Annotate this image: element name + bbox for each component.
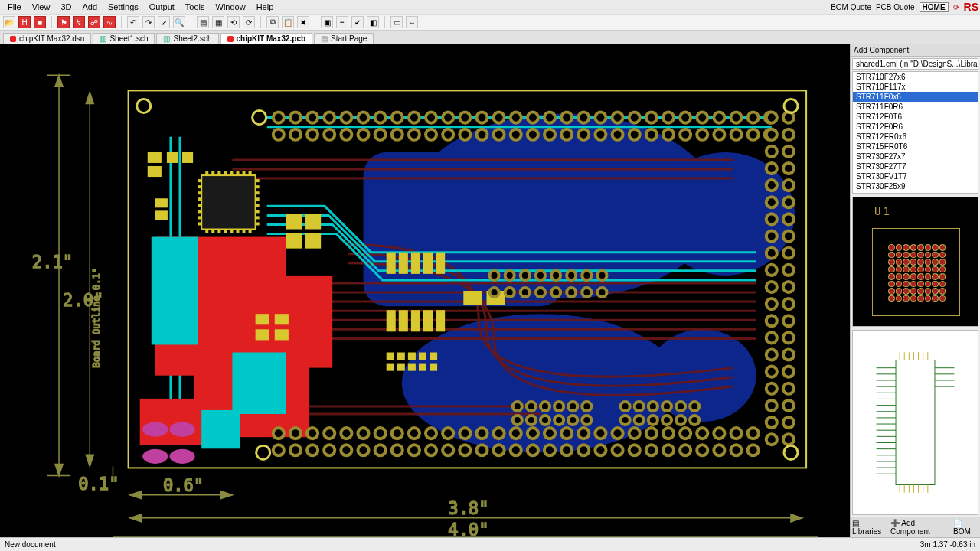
render3d-icon[interactable]: ◧ xyxy=(367,16,379,28)
undo-icon[interactable]: ↶ xyxy=(127,16,139,28)
part-item[interactable]: STR730FV1T7 xyxy=(853,171,978,181)
svg-point-110 xyxy=(307,129,318,140)
part-item[interactable]: STR710F117x xyxy=(853,82,978,92)
grid-icon[interactable]: ▦ xyxy=(212,16,224,28)
delete-icon[interactable]: ✖ xyxy=(297,16,309,28)
sch-icon: ▥ xyxy=(100,34,106,43)
tab-pcb[interactable]: chipKIT Max32.pcb xyxy=(220,33,313,44)
menu-view[interactable]: View xyxy=(28,2,55,12)
svg-point-224 xyxy=(426,445,436,455)
svg-rect-64 xyxy=(224,230,227,233)
dim-icon[interactable]: ↔ xyxy=(406,16,418,28)
side-tab-bom[interactable]: 📄 BOM xyxy=(953,519,978,536)
svg-point-273 xyxy=(521,288,530,297)
library-path[interactable]: shared1.cml (in "D:\DesignS...\Library") xyxy=(852,58,978,70)
svg-point-187 xyxy=(766,298,777,309)
svg-rect-91 xyxy=(423,310,433,331)
svg-point-265 xyxy=(521,271,530,280)
svg-point-107 xyxy=(290,112,301,123)
svg-point-254 xyxy=(680,445,691,455)
part-item[interactable]: STR711F0R6 xyxy=(853,102,978,112)
copy-icon[interactable]: ⧉ xyxy=(266,16,279,28)
route-icon[interactable]: ↯ xyxy=(73,16,85,28)
svg-point-274 xyxy=(536,288,545,297)
refresh-icon[interactable]: ⟳ xyxy=(953,3,959,11)
part-item[interactable]: STR712FR0x6 xyxy=(853,132,978,142)
layer-icon[interactable]: ▤ xyxy=(197,16,209,28)
svg-rect-52 xyxy=(256,222,260,225)
parts-list[interactable]: STR710F27x6STR710F117xSTR711F0x6STR711F0… xyxy=(852,71,978,194)
menu-file[interactable]: File xyxy=(3,2,26,12)
part-item[interactable]: STR712F0R6 xyxy=(853,122,978,132)
paste-icon[interactable]: 📋 xyxy=(282,16,294,28)
drc-icon[interactable]: ✔ xyxy=(351,16,364,28)
rotate-left-icon[interactable]: ⟲ xyxy=(227,16,240,28)
svg-rect-84 xyxy=(399,253,408,274)
tab-design[interactable]: chipKIT Max32.dsn xyxy=(3,33,91,44)
svg-point-213 xyxy=(341,428,351,439)
menu-add[interactable]: Add xyxy=(77,2,102,12)
project-icon[interactable]: ■ xyxy=(34,16,46,28)
sheet-icon[interactable]: ▭ xyxy=(390,16,403,28)
svg-rect-85 xyxy=(411,253,420,274)
svg-point-175 xyxy=(766,197,777,207)
svg-point-119 xyxy=(392,112,403,123)
menu-settings[interactable]: Settings xyxy=(103,2,143,12)
home-button[interactable]: HOME xyxy=(920,2,949,12)
svg-rect-77 xyxy=(286,233,302,249)
tab-startpage[interactable]: ▤Start Page xyxy=(314,33,374,44)
side-tab-libraries[interactable]: ▤ Libraries xyxy=(852,519,886,536)
part-item[interactable]: STR710F27x6 xyxy=(853,72,978,82)
svg-point-291 xyxy=(621,402,630,411)
expand-icon[interactable]: ⤢ xyxy=(158,16,170,28)
svg-point-172 xyxy=(783,163,794,174)
svg-rect-51 xyxy=(256,216,260,219)
svg-rect-76 xyxy=(305,214,321,229)
svg-point-212 xyxy=(324,445,335,455)
bom-quote-link[interactable]: BOM Quote xyxy=(831,3,871,11)
svg-rect-100 xyxy=(387,364,394,371)
chip-icon[interactable]: ▣ xyxy=(321,16,333,28)
svg-rect-49 xyxy=(256,204,260,207)
doc-icon: ▤ xyxy=(321,34,328,43)
part-item[interactable]: STR730F27T7 xyxy=(853,161,978,171)
rotate-right-icon[interactable]: ⟳ xyxy=(243,16,255,28)
menu-tools[interactable]: Tools xyxy=(181,2,210,12)
svg-point-251 xyxy=(663,428,674,439)
svg-point-170 xyxy=(783,146,794,157)
svg-point-286 xyxy=(554,416,564,425)
side-tab-add[interactable]: ➕ Add Component xyxy=(890,519,949,536)
menu-help[interactable]: Help xyxy=(252,2,279,12)
svg-rect-69 xyxy=(148,152,162,163)
via-icon[interactable]: ☍ xyxy=(88,16,100,28)
part-item[interactable]: STR730F27x7 xyxy=(853,152,978,161)
svg-rect-74 xyxy=(155,210,168,220)
svg-point-235 xyxy=(528,428,538,439)
menu-3d[interactable]: 3D xyxy=(56,2,76,12)
pcb-quote-link[interactable]: PCB Quote xyxy=(876,3,915,11)
tab-sheet1[interactable]: ▥Sheet1.sch xyxy=(93,33,155,44)
trace-icon[interactable]: ∿ xyxy=(103,16,116,28)
svg-rect-44 xyxy=(198,222,201,225)
pcb-canvas[interactable]: 2.1" 2.0" 0.1" 0.6" 3.8" 4.0" Board Outl… xyxy=(0,44,850,537)
part-item[interactable]: STR712F0T6 xyxy=(853,112,978,122)
svg-point-308 xyxy=(784,99,798,112)
part-item[interactable]: STR730F25x9 xyxy=(853,181,978,191)
save-icon[interactable]: H xyxy=(18,16,31,28)
flag-icon[interactable]: ⚑ xyxy=(57,16,70,28)
menu-output[interactable]: Output xyxy=(145,2,179,12)
tab-sheet2[interactable]: ▥Sheet2.sch xyxy=(156,33,218,44)
chip-outline xyxy=(872,228,960,316)
menu-window[interactable]: Window xyxy=(211,2,250,12)
part-item[interactable]: STR715FR0T6 xyxy=(853,142,978,152)
svg-point-188 xyxy=(783,298,794,309)
part-item[interactable]: STR711F0x6 xyxy=(853,92,978,102)
redo-icon[interactable]: ↷ xyxy=(142,16,155,28)
svg-point-131 xyxy=(494,112,505,123)
status-left: New document xyxy=(5,540,56,549)
zoom-icon[interactable]: 🔍 xyxy=(173,16,185,28)
net-icon[interactable]: ≡ xyxy=(336,16,348,28)
part-item[interactable]: BGA xyxy=(853,191,978,194)
svg-point-267 xyxy=(551,271,560,280)
open-icon[interactable]: 📂 xyxy=(3,16,15,28)
